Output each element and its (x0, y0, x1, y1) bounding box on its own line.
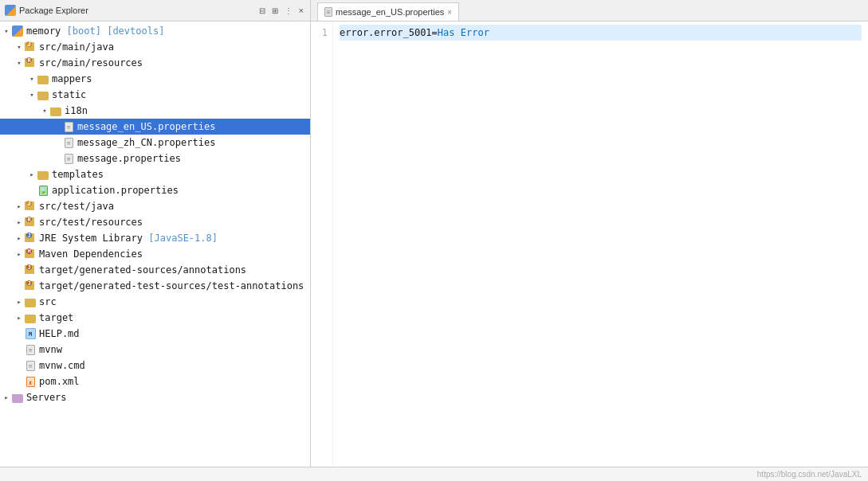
tree-item[interactable]: ▸MMaven Dependencies (0, 246, 310, 262)
editor-content[interactable]: error.error_5001=Has Error (333, 22, 868, 467)
editor-tab-title: message_en_US.properties (336, 7, 444, 17)
tree-item-icon: J (24, 280, 37, 292)
tree-item[interactable]: ▸≡mvnw (0, 342, 310, 358)
tree-item-label: src/test/java (39, 201, 114, 212)
tree-item-icon: J (24, 41, 37, 53)
tree-item[interactable]: ▸≡message.properties (0, 151, 310, 166)
tree-item-label: i18n (65, 105, 88, 116)
tree-item-label: pom.xml (39, 376, 80, 387)
panel-maximize-icon[interactable]: ⊞ (270, 6, 280, 15)
tree-item-label: target/generated-test-sources/test-annot… (39, 280, 304, 291)
editor-area: 1 error.error_5001=Has Error (311, 22, 868, 467)
editor-tab[interactable]: ≡ message_en_US.properties × (317, 2, 459, 21)
tree-item[interactable]: ▸≡mvnw.cmd (0, 358, 310, 373)
tree-item[interactable]: ▸JJRE System Library [JavaSE-1.8] (0, 230, 310, 246)
tree-item[interactable]: ▸Jtarget/generated-test-sources/test-ann… (0, 278, 310, 294)
line-number-1: 1 (311, 25, 328, 41)
tree-item-label: Maven Dependencies (39, 248, 143, 260)
tree-item-label: mvnw (39, 344, 62, 355)
tree-item-icon: ≡ (24, 343, 37, 356)
tab-file-icon: ≡ (324, 7, 332, 17)
tree-item-label: target/generated-sources/annotations (39, 264, 246, 276)
code-value: Has Error (438, 25, 489, 41)
editor-header: ≡ message_en_US.properties × (311, 0, 868, 21)
tree-item-icon: ≡ (62, 152, 75, 165)
tree-item-label: src/test/resources (39, 217, 143, 228)
tree-item[interactable]: ▾i18n (0, 103, 310, 119)
tree-item-icon (11, 25, 24, 37)
tree-item[interactable]: ▸🍃application.properties (0, 182, 310, 198)
tree-item-label: memory [boot] [devtools] (26, 25, 164, 37)
tree-item-icon: R (24, 216, 37, 229)
tree-item-icon: ≡ (24, 359, 37, 372)
status-url: https://blog.csdn.net/JavaLXL (757, 470, 862, 479)
code-equals: = (432, 25, 438, 41)
tree-item[interactable]: ▸Servers (0, 389, 310, 405)
tree-item-icon: J (24, 264, 37, 276)
tree-item-label: JRE System Library [JavaSE-1.8] (39, 233, 218, 244)
tree-item-label: target (39, 312, 73, 323)
tree-item[interactable]: ▸MHELP.md (0, 326, 310, 342)
package-explorer-title: Package Explorer (19, 6, 254, 15)
tree-item-label: mvnw.cmd (39, 360, 85, 371)
tree-item-label: application.properties (52, 185, 179, 196)
tree-item-label: Servers (26, 392, 67, 403)
tree-item-icon (37, 88, 49, 101)
code-line-1: error.error_5001=Has Error (340, 25, 862, 41)
tree-item-icon (37, 168, 49, 181)
tree-item-label: HELP.md (39, 328, 80, 339)
tree-item[interactable]: ▸Rsrc/test/resources (0, 214, 310, 230)
tree-item[interactable]: ▸Jsrc/test/java (0, 198, 310, 214)
tree-item-icon: M (24, 327, 37, 340)
tree-item-icon: ≡ (62, 136, 75, 149)
tree-item[interactable]: ▸Jtarget/generated-sources/annotations (0, 262, 310, 278)
tree-item-label: templates (52, 169, 104, 180)
panel-menu-icon[interactable]: ⋮ (283, 6, 294, 15)
tree-item[interactable]: ▸≡message_en_US.properties (0, 119, 310, 135)
package-explorer-header: Package Explorer ⊟ ⊞ ⋮ × (0, 0, 311, 21)
tree-item[interactable]: ▸Xpom.xml (0, 373, 310, 389)
tree-item-icon: M (24, 248, 37, 260)
line-numbers: 1 (311, 22, 333, 467)
tree-item-icon: J (24, 232, 37, 244)
tree-item-label: message_zh_CN.properties (77, 137, 215, 148)
tree-item[interactable]: ▾Jsrc/main/java (0, 39, 310, 55)
tree-item[interactable]: ▾static (0, 87, 310, 103)
status-bar: https://blog.csdn.net/JavaLXL (0, 467, 868, 481)
tree-item-icon (11, 391, 24, 404)
editor-tab-close[interactable]: × (447, 8, 452, 17)
tree-item-label: static (52, 89, 86, 100)
panel-close-icon[interactable]: × (297, 6, 305, 15)
tree-item[interactable]: ▸src (0, 294, 310, 310)
code-key: error.error_5001 (340, 25, 432, 41)
package-explorer-tree: ▾memory [boot] [devtools]▾Jsrc/main/java… (0, 22, 311, 467)
tree-item-label: src/main/resources (39, 57, 143, 68)
panel-minimize-icon[interactable]: ⊟ (257, 6, 267, 15)
tree-item-label: src/main/java (39, 41, 114, 53)
tree-item-icon (24, 295, 37, 308)
tree-item[interactable]: ▾mappers (0, 71, 310, 87)
tree-item-icon (49, 104, 62, 117)
tree-item-icon (37, 72, 49, 85)
tree-item-label: message.properties (77, 153, 181, 164)
tree-item-icon: J (24, 200, 37, 213)
tree-item-label: message_en_US.properties (77, 121, 215, 132)
package-icon (5, 5, 16, 16)
tree-item[interactable]: ▾memory [boot] [devtools] (0, 23, 310, 39)
tree-item-label: mappers (52, 73, 92, 84)
tree-item-icon (24, 311, 37, 324)
tree-item-icon: X (24, 375, 37, 388)
tree-item-icon: R (24, 57, 37, 69)
tree-item[interactable]: ▸templates (0, 166, 310, 182)
tree-item[interactable]: ▸≡message_zh_CN.properties (0, 135, 310, 151)
tree-item-icon: ≡ (62, 120, 75, 133)
tree-item-icon: 🍃 (37, 184, 49, 197)
tree-item[interactable]: ▾Rsrc/main/resources (0, 55, 310, 71)
tree-item-label: src (39, 296, 57, 307)
tree-item[interactable]: ▸target (0, 310, 310, 326)
